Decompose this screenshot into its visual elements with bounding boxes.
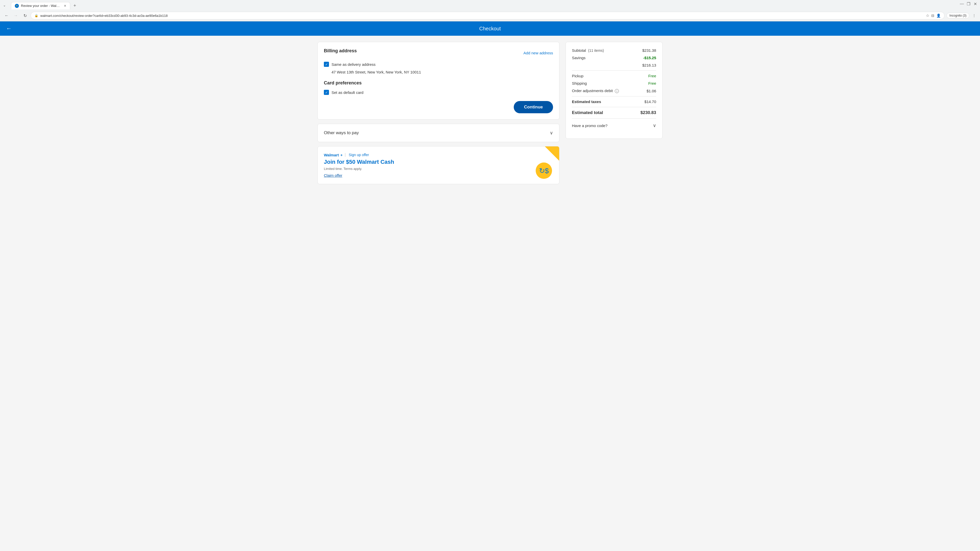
shipping-value: Free <box>648 81 656 86</box>
billing-address-title: Billing address <box>324 48 357 54</box>
billing-address-card: Billing address Add new address ✓ Same a… <box>318 42 559 120</box>
subtotal-after-savings-row: $216.13 <box>572 63 656 67</box>
check-icon-2: ✓ <box>325 91 328 94</box>
new-tab-button[interactable]: + <box>71 2 78 10</box>
walmart-plus-symbol: + <box>340 153 343 157</box>
pickup-row: Pickup Free <box>572 74 656 78</box>
tab-list-button[interactable]: ⌄ <box>3 3 6 7</box>
items-count: (11 items) <box>588 48 604 52</box>
tab-favicon: ✦ <box>15 4 19 8</box>
extensions-button[interactable]: ⋮ <box>972 14 976 17</box>
forward-nav-button[interactable]: → <box>12 12 19 19</box>
walmart-plus-promo-card: Walmart + | Sign up offer Join for $50 W… <box>318 146 559 184</box>
estimated-total-label: Estimated total <box>572 110 603 115</box>
promo-code-label: Have a promo code? <box>572 124 608 128</box>
order-adjustments-info-icon[interactable]: i <box>615 89 619 93</box>
subtotal-value: $231.38 <box>642 48 656 52</box>
signup-offer-text: Sign up offer <box>349 153 369 157</box>
incognito-badge: Incognito (3) <box>947 13 969 18</box>
estimated-taxes-label: Estimated taxes <box>572 100 601 104</box>
subtotal-label: Subtotal (11 items) <box>572 48 604 52</box>
claim-offer-button[interactable]: Claim offer <box>324 173 342 178</box>
bookmark-icon[interactable]: ☆ <box>926 13 929 18</box>
divider-2 <box>572 96 656 97</box>
other-ways-label: Other ways to pay <box>324 130 359 135</box>
promo-dollar-icon: ↻$ <box>536 162 552 179</box>
order-adjustments-row: Order adjustments debit i $1.06 <box>572 89 656 93</box>
other-ways-card[interactable]: Other ways to pay ∨ <box>318 124 559 142</box>
divider-1 <box>572 70 656 71</box>
add-address-button[interactable]: Add new address <box>523 51 553 55</box>
tab-close-button[interactable]: ✕ <box>64 4 66 8</box>
walmart-wordmark: Walmart <box>324 153 339 157</box>
lock-icon: 🔒 <box>35 14 38 17</box>
profile-icon[interactable]: 👤 <box>936 14 941 17</box>
pickup-label: Pickup <box>572 74 584 78</box>
estimated-total-value: $230.83 <box>641 110 656 115</box>
subtotal-row: Subtotal (11 items) $231.38 <box>572 48 656 52</box>
close-button[interactable]: ✕ <box>974 2 977 6</box>
back-button[interactable]: ← <box>6 25 12 32</box>
promo-code-row[interactable]: Have a promo code? ∨ <box>572 118 656 132</box>
reload-button[interactable]: ↻ <box>21 12 29 19</box>
page-title: Checkout <box>479 26 501 32</box>
same-as-delivery-checkbox[interactable]: ✓ <box>324 62 329 67</box>
savings-row: Savings -$15.25 <box>572 56 656 60</box>
tab-title: Review your order - Walmart.c... <box>21 4 62 8</box>
estimated-total-row: Estimated total $230.83 <box>572 110 656 115</box>
other-ways-row[interactable]: Other ways to pay ∨ <box>324 130 553 136</box>
continue-button[interactable]: Continue <box>514 101 553 113</box>
promo-headline: Join for $50 Walmart Cash <box>324 159 553 165</box>
divider-3 <box>572 107 656 107</box>
order-adjustments-value: $1.06 <box>646 89 656 93</box>
default-card-checkbox[interactable]: ✓ <box>324 90 329 95</box>
shipping-row: Shipping Free <box>572 81 656 86</box>
checkout-right-column: Subtotal (11 items) $231.38 Savings -$15… <box>566 42 662 184</box>
card-preferences-title: Card preferences <box>324 80 553 86</box>
promo-corner-decoration <box>545 146 559 161</box>
promo-code-chevron-icon: ∨ <box>653 123 656 128</box>
active-tab[interactable]: ✦ Review your order - Walmart.c... ✕ <box>11 2 70 10</box>
reader-view-icon[interactable]: ⊟ <box>931 14 934 17</box>
checkout-left-column: Billing address Add new address ✓ Same a… <box>318 42 559 184</box>
estimated-taxes-row: Estimated taxes $14.70 <box>572 100 656 104</box>
savings-value: -$15.25 <box>643 56 656 60</box>
address-bar[interactable]: 🔒 walmart.com/checkout/review-order?cart… <box>30 12 945 19</box>
order-adjustments-label: Order adjustments debit i <box>572 89 619 93</box>
back-nav-button[interactable]: ← <box>3 12 10 19</box>
default-card-label: Set as default card <box>331 90 363 95</box>
checkout-header: ← Checkout <box>0 21 980 36</box>
minimize-button[interactable]: — <box>960 2 964 6</box>
maximize-button[interactable]: ❐ <box>967 2 970 6</box>
chevron-down-icon: ∨ <box>550 130 553 136</box>
order-summary-card: Subtotal (11 items) $231.38 Savings -$15… <box>566 42 662 139</box>
promo-subtext: Limited time. Terms apply. <box>324 167 553 171</box>
pickup-value: Free <box>648 74 656 78</box>
check-icon: ✓ <box>325 62 328 66</box>
walmart-plus-logo: Walmart + | Sign up offer <box>324 152 553 157</box>
savings-label: Savings <box>572 56 585 60</box>
billing-address-text: 47 West 13th Street, New York, New York,… <box>331 70 553 74</box>
same-as-delivery-label: Same as delivery address <box>331 62 375 67</box>
url-text: walmart.com/checkout/review-order?cartId… <box>40 14 924 17</box>
subtotal-after-savings: $216.13 <box>642 63 656 67</box>
shipping-label: Shipping <box>572 81 587 86</box>
estimated-taxes-value: $14.70 <box>644 100 656 104</box>
